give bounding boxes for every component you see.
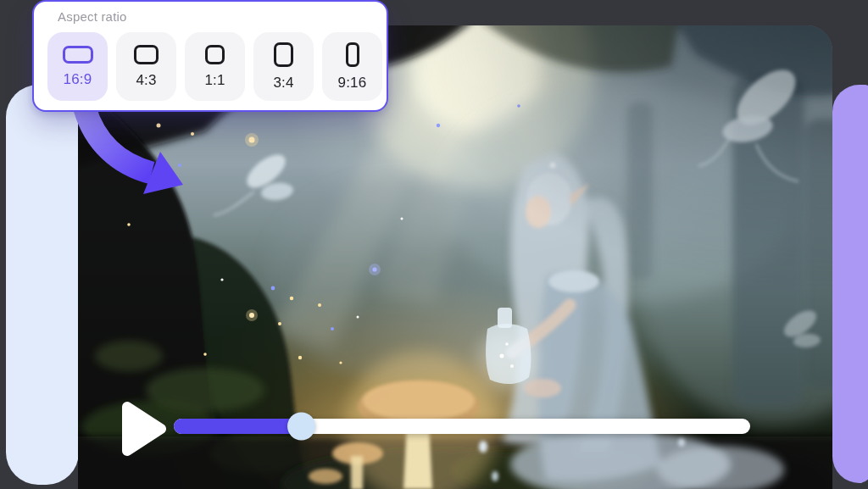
progress-handle[interactable] [287,413,315,441]
left-accent-panel [6,85,79,485]
aspect-4-3-icon [134,45,159,64]
play-icon [119,400,170,458]
aspect-option-label: 3:4 [273,75,293,92]
aspect-16-9-icon [63,46,93,64]
aspect-option-label: 9:16 [338,75,367,92]
aspect-option-9-16[interactable]: 9:16 [322,32,382,101]
aspect-option-16-9[interactable]: 16:9 [47,32,108,101]
progress-fill [174,419,301,434]
right-accent-panel [832,85,868,483]
progress-bar[interactable] [174,419,750,434]
aspect-ratio-panel: Aspect ratio 16:9 4:3 1:1 3:4 9:16 [32,0,388,112]
app-canvas: Aspect ratio 16:9 4:3 1:1 3:4 9:16 [0,0,868,489]
play-button[interactable] [119,400,170,458]
aspect-option-3-4[interactable]: 3:4 [253,32,314,101]
aspect-options: 16:9 4:3 1:1 3:4 9:16 [47,32,382,101]
aspect-option-label: 4:3 [136,72,156,89]
aspect-1-1-icon [205,45,225,64]
aspect-option-label: 16:9 [64,71,92,88]
aspect-option-label: 1:1 [204,72,225,89]
aspect-option-1-1[interactable]: 1:1 [185,32,245,101]
aspect-option-4-3[interactable]: 4:3 [116,32,176,101]
aspect-3-4-icon [274,42,293,67]
aspect-ratio-title: Aspect ratio [58,9,127,24]
aspect-9-16-icon [346,42,359,67]
